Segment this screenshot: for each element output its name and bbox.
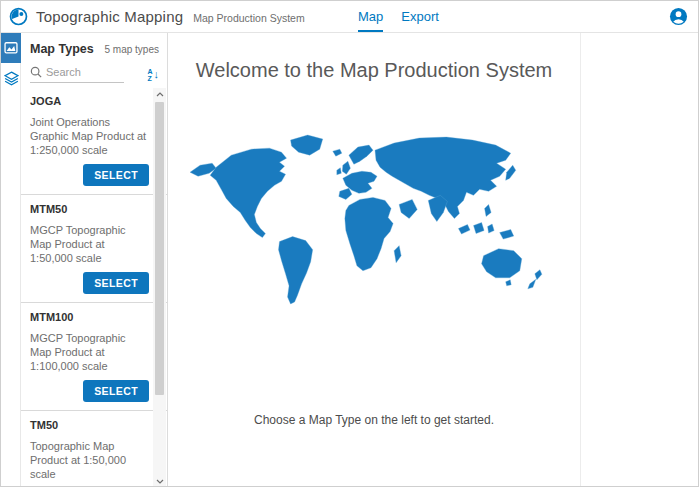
map-type-description: MGCP Topographic Map Product at 1:100,00… [30, 331, 149, 373]
app-logo-icon [9, 7, 28, 26]
search-input[interactable] [46, 66, 116, 78]
layers-icon [4, 71, 19, 86]
map-type-name: JOGA [30, 94, 149, 108]
map-type-description: Joint Operations Graphic Map Product at … [30, 115, 149, 157]
search-box [30, 66, 124, 83]
panel-scrollbar[interactable] [153, 88, 166, 487]
map-type-item-mtm100: MTM100 MGCP Topographic Map Product at 1… [21, 303, 167, 411]
app-subtitle: Map Production System [193, 9, 304, 24]
welcome-heading: Welcome to the Map Production System [196, 59, 552, 82]
tab-export[interactable]: Export [401, 1, 439, 32]
app-title: Topographic Mapping [36, 8, 183, 25]
select-mtm50-button[interactable]: SELECT [83, 272, 149, 294]
search-icon [30, 66, 42, 78]
map-type-description: MGCP Topographic Map Product at 1:50,000… [30, 223, 149, 265]
instruction-text: Choose a Map Type on the left to get sta… [254, 413, 494, 427]
map-types-panel-button[interactable] [1, 33, 21, 63]
map-type-item-mtm50: MTM50 MGCP Topographic Map Product at 1:… [21, 195, 167, 303]
map-type-name: MTM100 [30, 310, 149, 324]
map-type-item-tm50: TM50 Topographic Map Product at 1:50,000… [21, 411, 167, 487]
right-gutter [581, 33, 698, 487]
scroll-down-button[interactable] [153, 475, 166, 487]
map-type-list: JOGA Joint Operations Graphic Map Produc… [21, 87, 167, 487]
welcome-panel: Welcome to the Map Production System [168, 33, 581, 487]
user-avatar-icon[interactable] [669, 7, 688, 26]
app-header: Topographic Mapping Map Production Syste… [1, 1, 698, 33]
map-type-name: MTM50 [30, 202, 149, 216]
app-window: Topographic Mapping Map Production Syste… [0, 0, 699, 487]
main-area: Welcome to the Map Production System [168, 33, 698, 487]
chevron-up-icon [156, 92, 164, 97]
map-type-description: Topographic Map Product at 1:50,000 scal… [30, 439, 149, 481]
scrollbar-thumb[interactable] [155, 102, 164, 395]
panel-title: Map Types [30, 42, 94, 56]
select-joga-button[interactable]: SELECT [83, 164, 149, 186]
map-type-name: TM50 [30, 418, 149, 432]
select-mtm100-button[interactable]: SELECT [83, 380, 149, 402]
top-tabs: Map Export [358, 1, 439, 32]
tool-strip [1, 33, 21, 487]
map-types-panel: Map Types 5 map types AZ ↓ [21, 33, 168, 487]
scroll-up-button[interactable] [153, 88, 166, 100]
world-map-image [183, 124, 565, 315]
chevron-down-icon [156, 479, 164, 484]
tab-map[interactable]: Map [358, 1, 383, 32]
layers-panel-button[interactable] [1, 63, 21, 93]
map-panel-icon [4, 41, 18, 55]
map-type-count: 5 map types [105, 44, 159, 55]
scrollbar-track[interactable] [153, 100, 166, 475]
map-type-item-joga: JOGA Joint Operations Graphic Map Produc… [21, 87, 167, 195]
sort-az-icon[interactable]: AZ ↓ [147, 68, 159, 82]
